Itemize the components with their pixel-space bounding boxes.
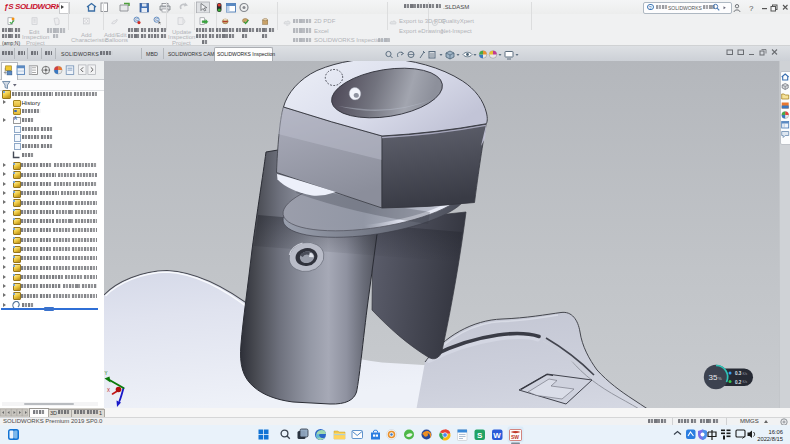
svg-text:Y: Y bbox=[105, 371, 108, 376]
svg-text:SW: SW bbox=[511, 434, 519, 440]
svg-text:2022/8/15: 2022/8/15 bbox=[757, 436, 783, 442]
svg-text:K/s: K/s bbox=[743, 372, 748, 376]
svg-text:16:06: 16:06 bbox=[768, 429, 783, 435]
svg-text:K/s: K/s bbox=[743, 380, 748, 384]
svg-text:W: W bbox=[493, 431, 501, 440]
svg-text:%: % bbox=[718, 376, 722, 381]
svg-text:0.2: 0.2 bbox=[735, 380, 742, 385]
svg-text:35: 35 bbox=[709, 373, 718, 382]
svg-text:C: C bbox=[155, 17, 158, 22]
svg-text:S: S bbox=[477, 431, 483, 440]
svg-text:0.3: 0.3 bbox=[735, 371, 742, 376]
svg-text:?: ? bbox=[749, 3, 754, 12]
svg-text:X: X bbox=[107, 388, 110, 393]
